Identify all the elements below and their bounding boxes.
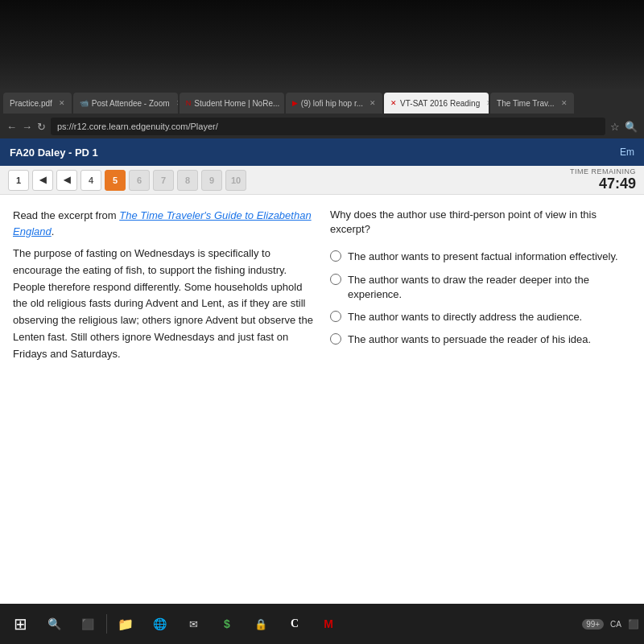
left-panel: Read the excerpt from The Time Traveler'… [13, 208, 314, 638]
tab-practice[interactable]: Practice.pdf ✕ [3, 93, 72, 114]
address-input[interactable] [51, 118, 605, 135]
nav-btn-10[interactable]: 10 [225, 170, 246, 191]
excerpt-title: Read the excerpt from The Time Traveler'… [13, 208, 314, 239]
forward-icon[interactable]: → [22, 121, 32, 133]
sys-clock: ⬛ [628, 619, 639, 630]
taskbar-file-explorer[interactable]: 📁 [110, 609, 141, 639]
taskbar-m[interactable]: M [313, 609, 344, 639]
tab-bar: Practice.pdf ✕ 📹 Post Attendee - Zoom ✕ … [0, 89, 644, 114]
answer-option-2[interactable]: The author wants to draw the reader deep… [330, 273, 631, 302]
content-area: Read the excerpt from The Time Traveler'… [0, 195, 644, 644]
nav-bar: 1 ◀ ◀ 4 5 6 7 8 9 10 TIME REMAINING 47:4… [0, 166, 644, 195]
sys-tray-ca: CA [610, 620, 621, 629]
answer-text-2: The author wants to draw the reader deep… [348, 273, 631, 302]
taskbar-cortana[interactable]: ⬛ [72, 609, 103, 639]
header-title: FA20 Daley - PD 1 [10, 147, 98, 159]
taskbar-search[interactable]: 🔍 [39, 609, 69, 639]
intro-text: Read the excerpt from [13, 209, 119, 221]
tab-student-home[interactable]: N Student Home | NoRe... ✕ [180, 93, 284, 114]
browser-chrome: Practice.pdf ✕ 📹 Post Attendee - Zoom ✕ … [0, 89, 644, 138]
answer-options: The author wants to present factual info… [330, 250, 631, 347]
nav-btn-6[interactable]: 6 [129, 170, 150, 191]
passage-text: The purpose of fasting on Wednesdays is … [13, 246, 314, 363]
header-right: Em [620, 147, 634, 158]
taskbar: ⊞ 🔍 ⬛ 📁 🌐 ✉ $ 🔒 C M 99+ CA ⬛ [0, 604, 644, 644]
tab-lofi[interactable]: ▶ (9) lofi hip hop r... ✕ [286, 93, 382, 114]
nav-btn-7[interactable]: 7 [153, 170, 174, 191]
back-icon[interactable]: ← [6, 121, 17, 133]
nav-btn-1[interactable]: 1 [8, 170, 29, 191]
question-text: Why does the author use third-person poi… [330, 208, 631, 237]
time-remaining: TIME REMAINING 47:49 [570, 167, 636, 192]
radio-1[interactable] [330, 250, 341, 262]
address-bar: ← → ↻ ☆ 🔍 [0, 114, 644, 138]
nav-btn-5[interactable]: 5 [105, 170, 126, 191]
right-panel: Why does the author use third-person poi… [330, 208, 631, 638]
start-button[interactable]: ⊞ [5, 609, 35, 639]
nav-btn-9[interactable]: 9 [201, 170, 222, 191]
radio-4[interactable] [330, 333, 341, 345]
taskbar-browser[interactable]: 🌐 [144, 609, 175, 639]
nav-btn-4[interactable]: 4 [80, 170, 101, 191]
nav-btn-8[interactable]: 8 [177, 170, 198, 191]
nav-btn-back2[interactable]: ◀ [56, 170, 77, 191]
taskbar-c[interactable]: C [279, 609, 310, 639]
answer-option-1[interactable]: The author wants to present factual info… [330, 250, 631, 264]
answer-option-4[interactable]: The author wants to persuade the reader … [330, 332, 631, 347]
answer-text-4: The author wants to persuade the reader … [348, 332, 591, 347]
notification-badge: 99+ [582, 619, 604, 630]
app-container: FA20 Daley - PD 1 Em 1 ◀ ◀ 4 5 6 7 8 9 1… [0, 138, 644, 644]
taskbar-right: 99+ CA ⬛ [582, 619, 639, 630]
tab-vt-sat[interactable]: ✕ VT-SAT 2016 Reading ✕ [384, 93, 489, 114]
taskbar-lock[interactable]: 🔒 [246, 609, 276, 639]
search-icon[interactable]: 🔍 [625, 121, 638, 133]
period: . [52, 225, 55, 237]
bookmark-icon[interactable]: ☆ [610, 121, 620, 133]
refresh-icon[interactable]: ↻ [37, 121, 46, 133]
tab-zoom[interactable]: 📹 Post Attendee - Zoom ✕ [73, 93, 178, 114]
answer-text-1: The author wants to present factual info… [348, 250, 618, 264]
time-label: TIME REMAINING [570, 167, 636, 175]
answer-text-3: The author wants to directly address the… [348, 310, 582, 324]
nav-btn-back1[interactable]: ◀ [32, 170, 53, 191]
answer-option-3[interactable]: The author wants to directly address the… [330, 310, 631, 324]
taskbar-separator [106, 614, 107, 634]
taskbar-mail[interactable]: ✉ [178, 609, 208, 639]
radio-2[interactable] [330, 274, 341, 285]
radio-3[interactable] [330, 311, 341, 322]
time-value: 47:49 [570, 175, 636, 192]
taskbar-dollar[interactable]: $ [212, 609, 242, 639]
app-header: FA20 Daley - PD 1 Em [0, 138, 644, 166]
tab-time-trav[interactable]: The Time Trav... ✕ [490, 93, 574, 114]
